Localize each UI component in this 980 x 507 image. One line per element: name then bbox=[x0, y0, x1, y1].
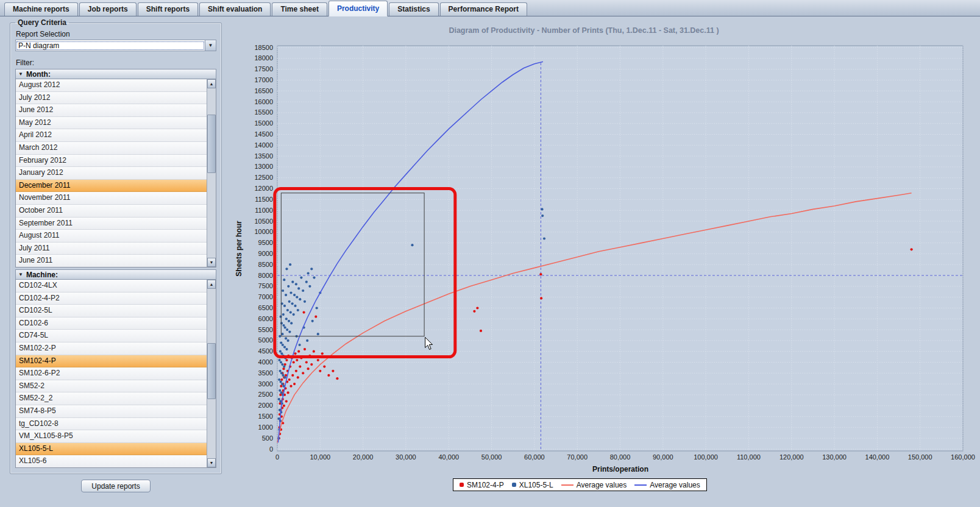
list-item[interactable]: XL105-6 bbox=[16, 455, 207, 468]
tab-time-sheet[interactable]: Time sheet bbox=[272, 2, 327, 16]
data-point bbox=[287, 285, 289, 288]
list-item[interactable]: July 2011 bbox=[16, 243, 207, 255]
month-header-label: Month: bbox=[26, 70, 51, 79]
list-item[interactable]: December 2011 bbox=[16, 180, 207, 193]
data-point bbox=[279, 350, 282, 353]
x-axis-label: Prints/operation bbox=[592, 465, 648, 473]
list-item[interactable]: CD102-6 bbox=[16, 317, 207, 330]
list-item[interactable]: SM102-4-P bbox=[16, 355, 207, 368]
legend-label: Average values bbox=[577, 481, 627, 489]
list-item[interactable]: VM_XL105-8-P5 bbox=[16, 430, 207, 443]
list-item[interactable]: XL105-5-L bbox=[16, 443, 207, 456]
list-item[interactable]: CD102-4LX bbox=[16, 280, 207, 292]
scroll-down-icon[interactable]: ▼ bbox=[207, 458, 216, 467]
y-tick-label: 12500 bbox=[254, 174, 273, 181]
tab-shift-reports[interactable]: Shift reports bbox=[138, 2, 198, 16]
filter-label: Filter: bbox=[16, 58, 216, 67]
x-tick-label: 50,000 bbox=[481, 453, 502, 461]
y-tick-label: 15500 bbox=[254, 108, 273, 116]
tab-statistics[interactable]: Statistics bbox=[389, 2, 438, 16]
tab-job-reports[interactable]: Job reports bbox=[79, 2, 137, 16]
y-tick-label: 8000 bbox=[258, 272, 273, 279]
data-point bbox=[307, 367, 310, 370]
data-point bbox=[313, 277, 315, 279]
tab-performance-report[interactable]: Performance Report bbox=[440, 2, 527, 16]
list-item[interactable]: March 2012 bbox=[16, 142, 207, 155]
data-point bbox=[310, 363, 313, 366]
data-point bbox=[302, 289, 304, 292]
data-point bbox=[287, 391, 289, 394]
data-point bbox=[283, 405, 285, 407]
report-selection-combo[interactable]: P-N diagram ▼ bbox=[15, 40, 216, 51]
y-tick-label: 17000 bbox=[254, 76, 273, 83]
list-item[interactable]: SM102-2-P bbox=[16, 342, 207, 355]
y-tick-label: 8500 bbox=[258, 261, 273, 268]
list-item[interactable]: November 2011 bbox=[16, 192, 207, 205]
data-point bbox=[280, 391, 283, 394]
list-item[interactable]: June 2011 bbox=[16, 255, 207, 268]
list-item[interactable]: February 2012 bbox=[16, 155, 207, 168]
update-reports-button[interactable]: Update reports bbox=[81, 480, 150, 492]
month-section-header[interactable]: ▼ Month: bbox=[15, 69, 216, 79]
machine-section-header[interactable]: ▼ Machine: bbox=[15, 269, 216, 280]
tab-machine-reports[interactable]: Machine reports bbox=[4, 2, 78, 16]
tab-productivity[interactable]: Productivity bbox=[328, 1, 388, 16]
list-item[interactable]: tg_CD102-8 bbox=[16, 418, 207, 431]
y-tick-label: 13500 bbox=[254, 152, 273, 160]
data-point bbox=[327, 374, 330, 377]
list-item[interactable]: June 2012 bbox=[16, 104, 207, 117]
data-point bbox=[299, 366, 301, 368]
list-item[interactable]: August 2011 bbox=[16, 230, 207, 243]
scroll-down-icon[interactable]: ▼ bbox=[207, 258, 216, 267]
data-point bbox=[282, 367, 285, 370]
chart-panel: 0500100015002000250030003500400045005000… bbox=[224, 17, 980, 507]
productivity-chart[interactable]: 0500100015002000250030003500400045005000… bbox=[224, 17, 980, 507]
list-item[interactable]: CD74-5L bbox=[16, 330, 207, 342]
legend-label: SM102-4-P bbox=[467, 481, 504, 489]
data-point bbox=[291, 302, 294, 305]
tab-shift-evaluation[interactable]: Shift evaluation bbox=[199, 2, 271, 16]
data-point bbox=[332, 370, 334, 372]
data-point bbox=[288, 331, 291, 333]
y-tick-label: 500 bbox=[262, 434, 273, 442]
machine-list: CD102-4LXCD102-4-P2CD102-5LCD102-6CD74-5… bbox=[16, 280, 207, 467]
data-point bbox=[279, 335, 281, 338]
data-point bbox=[296, 296, 298, 299]
list-item[interactable]: SM52-2 bbox=[16, 380, 207, 393]
scrollbar-thumb[interactable] bbox=[207, 115, 216, 173]
data-point bbox=[281, 383, 283, 385]
list-item[interactable]: October 2011 bbox=[16, 205, 207, 218]
list-item[interactable]: CD102-5L bbox=[16, 305, 207, 317]
data-point bbox=[282, 374, 284, 377]
list-item[interactable]: January 2012 bbox=[16, 167, 207, 180]
collapse-triangle-icon: ▼ bbox=[18, 72, 23, 77]
list-item[interactable]: May 2012 bbox=[16, 117, 207, 130]
legend-dot-icon bbox=[512, 483, 516, 487]
scroll-up-icon[interactable]: ▲ bbox=[207, 79, 216, 88]
x-tick-label: 30,000 bbox=[396, 453, 416, 461]
list-item[interactable]: July 2012 bbox=[16, 92, 207, 105]
scroll-up-icon[interactable]: ▲ bbox=[207, 280, 216, 289]
data-point bbox=[291, 374, 294, 377]
list-item[interactable]: SM74-8-P5 bbox=[16, 405, 207, 418]
chevron-down-icon[interactable]: ▼ bbox=[205, 40, 216, 51]
data-point bbox=[288, 300, 291, 303]
list-item[interactable]: SM102-6-P2 bbox=[16, 367, 207, 380]
scrollbar-thumb[interactable] bbox=[207, 343, 216, 399]
data-point bbox=[293, 361, 295, 363]
list-item[interactable]: SM52-2_2 bbox=[16, 392, 207, 405]
month-scrollbar[interactable]: ▲ ▼ bbox=[207, 79, 216, 267]
list-item[interactable]: April 2012 bbox=[16, 129, 207, 142]
list-item[interactable]: August 2012 bbox=[16, 79, 207, 92]
list-item[interactable]: CD102-4-P2 bbox=[16, 292, 207, 305]
data-point bbox=[280, 372, 283, 374]
data-point bbox=[282, 344, 284, 346]
legend-line-icon bbox=[561, 484, 573, 486]
list-item[interactable]: September 2011 bbox=[16, 218, 207, 230]
data-point bbox=[911, 248, 913, 250]
x-tick-label: 0 bbox=[275, 453, 279, 461]
report-selection-label: Report Selection bbox=[16, 30, 216, 38]
machine-scrollbar[interactable]: ▲ ▼ bbox=[207, 280, 216, 467]
data-point bbox=[282, 324, 285, 327]
data-point bbox=[307, 272, 310, 274]
